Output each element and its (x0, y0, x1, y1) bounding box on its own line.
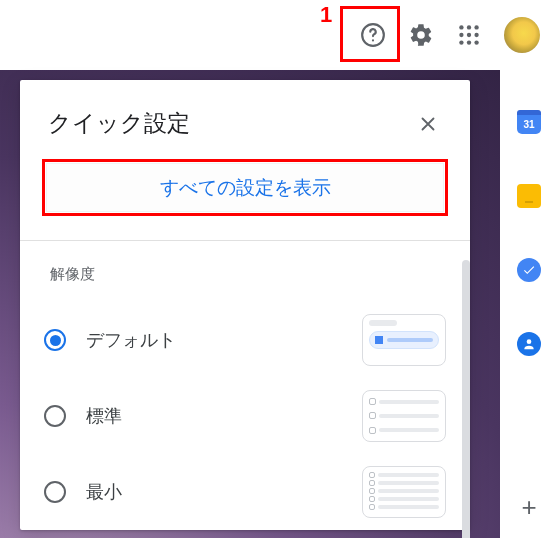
contacts-icon[interactable] (517, 332, 541, 356)
density-option-default[interactable]: デフォルト (44, 302, 446, 378)
density-option-label: 最小 (86, 480, 122, 504)
add-addon-button[interactable]: + (521, 492, 536, 523)
svg-point-6 (467, 33, 471, 37)
density-section-label: 解像度 (20, 241, 470, 298)
panel-title: クイック設定 (48, 108, 190, 139)
quick-settings-panel: クイック設定 すべての設定を表示 解像度 デフォルト 標準 (20, 80, 470, 530)
svg-point-7 (474, 33, 478, 37)
calendar-day-number: 31 (523, 119, 534, 130)
density-option-label: デフォルト (86, 328, 176, 352)
scrollbar[interactable] (462, 260, 470, 538)
keep-icon[interactable] (517, 184, 541, 208)
density-option-comfortable[interactable]: 標準 (44, 378, 446, 454)
radio-icon (44, 329, 66, 351)
radio-icon (44, 405, 66, 427)
app-header (0, 0, 558, 70)
density-thumb-comfortable (362, 390, 446, 442)
gear-icon[interactable] (408, 22, 434, 48)
svg-point-2 (459, 25, 463, 29)
side-panel-rail: 31 + (500, 70, 558, 538)
radio-icon (44, 481, 66, 503)
annotation-box-1 (340, 6, 400, 62)
tasks-icon[interactable] (517, 258, 541, 282)
density-option-compact[interactable]: 最小 (44, 454, 446, 530)
annotation-marker-1: 1 (320, 2, 332, 28)
avatar[interactable] (504, 17, 540, 53)
svg-point-10 (474, 40, 478, 44)
svg-point-11 (527, 339, 532, 344)
calendar-icon[interactable]: 31 (517, 110, 541, 134)
see-all-settings-label: すべての設定を表示 (160, 175, 331, 201)
density-thumb-compact (362, 466, 446, 518)
svg-point-8 (459, 40, 463, 44)
density-option-label: 標準 (86, 404, 122, 428)
see-all-settings-button[interactable]: すべての設定を表示 (46, 163, 444, 212)
svg-point-5 (459, 33, 463, 37)
svg-point-4 (474, 25, 478, 29)
apps-grid-icon[interactable] (456, 22, 482, 48)
svg-point-3 (467, 25, 471, 29)
density-thumb-default (362, 314, 446, 366)
panel-header: クイック設定 (20, 80, 470, 157)
close-button[interactable] (414, 110, 442, 138)
svg-point-9 (467, 40, 471, 44)
density-options: デフォルト 標準 最小 (20, 298, 470, 530)
